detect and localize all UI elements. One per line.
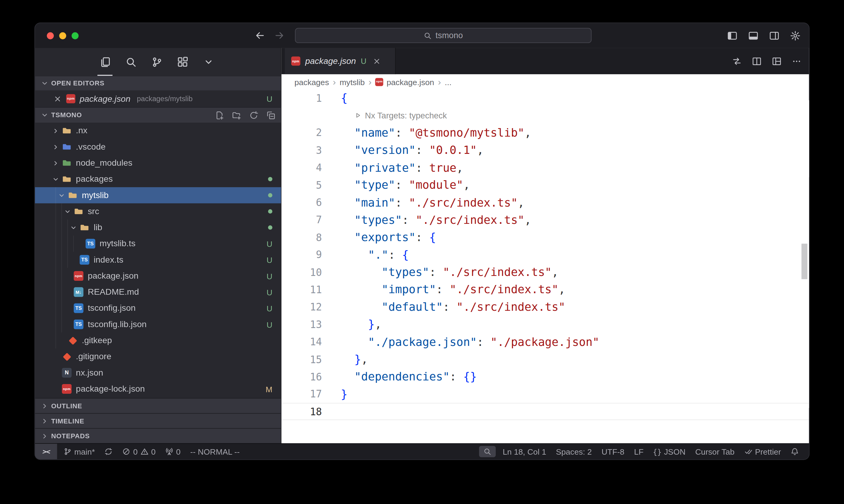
status-ports[interactable]: 0 — [160, 444, 185, 460]
open-editors-header[interactable]: OPEN EDITORS — [35, 76, 281, 90]
tree-item-nx.json[interactable]: Nnx.json — [35, 365, 281, 381]
status-problems[interactable]: 00 — [118, 444, 160, 460]
layout-sidebar-right-icon[interactable] — [769, 30, 779, 41]
code-line-7[interactable]: 7 "types": "./src/index.ts", — [282, 211, 809, 229]
more-actions-icon[interactable] — [792, 56, 802, 66]
code-line-13[interactable]: 13 }, — [282, 316, 809, 334]
command-center[interactable]: tsmono — [295, 28, 591, 43]
tab-package-json[interactable]: npm package.json U — [285, 48, 396, 74]
code-line-12[interactable]: 12 "default": "./src/index.ts" — [282, 298, 809, 316]
chevron-down-icon[interactable] — [52, 175, 62, 183]
explorer-icon[interactable] — [99, 56, 111, 69]
forward-icon[interactable] — [274, 30, 285, 41]
status-formatter[interactable]: Prettier — [739, 444, 786, 460]
status-git-branch[interactable]: main* — [59, 444, 100, 460]
code-line-3[interactable]: 3 "version": "0.0.1", — [282, 141, 809, 159]
tree-item-src[interactable]: src — [35, 203, 281, 219]
breadcrumb-...[interactable]: ... — [445, 77, 451, 86]
tree-item-package.json[interactable]: npmpackage.jsonU — [35, 268, 281, 284]
indent-guide — [67, 236, 68, 252]
code-line-16[interactable]: 16 "dependencies": {} — [282, 368, 809, 385]
layout-panel-icon[interactable] — [748, 30, 758, 41]
collapse-all-icon[interactable] — [266, 111, 276, 120]
status-sync-changes[interactable] — [100, 444, 118, 460]
tree-item-.vscode[interactable]: .vscode — [35, 139, 281, 155]
codelens[interactable]: Nx Targets: typecheck — [282, 107, 809, 124]
code-line-9[interactable]: 9 ".": { — [282, 246, 809, 264]
status-encoding[interactable]: UTF-8 — [597, 444, 629, 460]
code-line-18[interactable]: 18 — [282, 403, 809, 420]
status-notifications[interactable] — [786, 444, 804, 460]
breadcrumb-packages[interactable]: packages — [294, 77, 329, 86]
code-line-2[interactable]: 2 "name": "@tsmono/mytslib", — [282, 124, 809, 142]
chevron-right-icon[interactable] — [52, 159, 62, 167]
status-cursor-tab[interactable]: Cursor Tab — [690, 444, 739, 460]
code-line-6[interactable]: 6 "main": "./src/index.ts", — [282, 194, 809, 211]
code-line-11[interactable]: 11 "import": "./src/index.ts", — [282, 281, 809, 299]
tree-item-packages[interactable]: packages — [35, 171, 281, 187]
panel-outline[interactable]: OUTLINE — [35, 398, 281, 413]
tree-item-README.md[interactable]: M↓README.mdU — [35, 284, 281, 300]
search-icon[interactable] — [124, 56, 137, 69]
tree-item-lib[interactable]: lib — [35, 220, 281, 236]
new-folder-icon[interactable] — [232, 111, 241, 120]
close-button[interactable] — [47, 32, 54, 39]
tree-item-.gitignore[interactable]: .gitignore — [35, 348, 281, 365]
close-editor-icon[interactable] — [53, 94, 62, 103]
breadcrumb-mytslib[interactable]: mytslib — [340, 77, 365, 86]
chevron-down-icon[interactable] — [57, 191, 68, 199]
open-editor-item[interactable]: npm package.json packages/mytslib U — [35, 90, 281, 107]
status-language-mode[interactable]: {}JSON — [649, 444, 691, 460]
magnifier-icon — [483, 448, 492, 456]
code-line-content: "main": "./src/index.ts", — [322, 196, 524, 209]
tree-item-.gitkeep[interactable]: .gitkeep — [35, 332, 281, 348]
tree-item-node_modules[interactable]: node_modules — [35, 155, 281, 171]
source-control-icon[interactable] — [150, 56, 163, 69]
toggle-layout-icon[interactable] — [772, 56, 781, 66]
refresh-icon[interactable] — [249, 111, 258, 120]
open-changes-icon[interactable] — [732, 56, 742, 66]
back-icon[interactable] — [255, 30, 265, 41]
status-vim-mode[interactable]: -- NORMAL -- — [185, 444, 244, 460]
status-zoom-indicator[interactable] — [479, 446, 496, 457]
code-line-14[interactable]: 14 "./package.json": "./package.json" — [282, 333, 809, 351]
chevron-down-icon[interactable] — [69, 223, 80, 232]
maximize-button[interactable] — [71, 32, 79, 39]
new-file-icon[interactable] — [214, 111, 224, 120]
code-line-8[interactable]: 8 "exports": { — [282, 229, 809, 246]
chevron-right-icon[interactable] — [52, 143, 62, 151]
layout-sidebar-left-icon[interactable] — [727, 30, 738, 41]
scrollbar-thumb[interactable] — [802, 244, 808, 279]
code-line-17[interactable]: 17} — [282, 385, 809, 403]
minimize-button[interactable] — [59, 32, 66, 39]
code-area[interactable]: 1{Nx Targets: typecheck2 "name": "@tsmon… — [282, 89, 809, 444]
tree-item-.nx[interactable]: .nx — [35, 123, 281, 139]
status-eol[interactable]: LF — [630, 444, 649, 460]
status-cursor-position[interactable]: Ln 18, Col 1 — [498, 444, 551, 460]
status-remote-indicator[interactable]: >< — [35, 444, 57, 460]
npm-icon: npm — [66, 94, 75, 103]
extensions-icon[interactable] — [176, 56, 189, 69]
chevron-down-icon[interactable] — [202, 56, 215, 69]
code-line-1[interactable]: 1{ — [282, 89, 809, 107]
chevron-right-icon[interactable] — [52, 126, 62, 135]
tree-item-tsconfig.lib.json[interactable]: TStsconfig.lib.jsonU — [35, 316, 281, 332]
tree-item-mytslib[interactable]: mytslib — [35, 187, 281, 203]
tree-item-mytslib.ts[interactable]: TSmytslib.tsU — [35, 236, 281, 252]
code-line-4[interactable]: 4 "private": true, — [282, 159, 809, 177]
breadcrumb-package.json[interactable]: npmpackage.json — [375, 77, 434, 86]
code-line-15[interactable]: 15 }, — [282, 351, 809, 368]
chevron-down-icon[interactable] — [64, 207, 74, 216]
code-line-5[interactable]: 5 "type": "module", — [282, 176, 809, 194]
panel-timeline[interactable]: TIMELINE — [35, 413, 281, 428]
tree-item-tsconfig.json[interactable]: TStsconfig.jsonU — [35, 300, 281, 316]
close-tab-icon[interactable] — [372, 57, 381, 65]
panel-notepads[interactable]: NOTEPADS — [35, 428, 281, 444]
tree-item-index.ts[interactable]: TSindex.tsU — [35, 252, 281, 268]
status-indentation[interactable]: Spaces: 2 — [551, 444, 597, 460]
tree-item-package-lock.json[interactable]: npmpackage-lock.jsonM — [35, 381, 281, 397]
explorer-section-header[interactable]: TSMONO — [35, 107, 281, 123]
split-editor-icon[interactable] — [752, 56, 761, 66]
code-line-10[interactable]: 10 "types": "./src/index.ts", — [282, 264, 809, 281]
settings-gear-icon[interactable] — [790, 30, 800, 41]
